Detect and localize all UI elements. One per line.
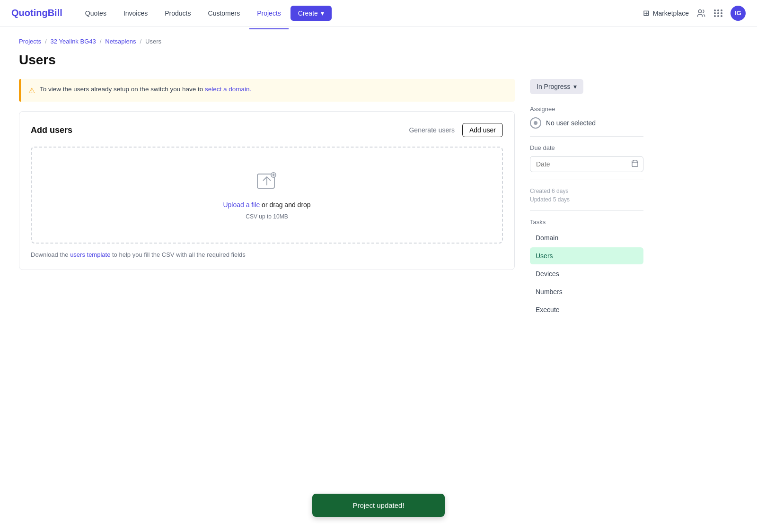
assignee-name: No user selected [546,119,596,127]
brand-logo[interactable]: QuotingBill [11,8,62,18]
due-date-section: Due date [530,144,643,172]
users-template-link[interactable]: users template [70,251,110,258]
dropzone-text: Upload a file or drag and drop [223,201,310,209]
nav-link-projects[interactable]: Projects [249,6,289,21]
page-layout: ⚠ To view the users already setup on the… [19,79,643,319]
upload-file-link[interactable]: Upload a file [223,201,260,209]
status-chevron-icon: ▾ [573,83,577,90]
task-execute[interactable]: Execute [530,301,643,318]
nav-link-customers[interactable]: Customers [201,6,248,21]
nav-link-quotes[interactable]: Quotes [78,6,114,21]
domain-alert: ⚠ To view the users already setup on the… [19,79,515,102]
nav-right: ⊞ Marketplace IG [643,6,746,21]
marketplace-icon: ⊞ [643,9,649,17]
updated-meta: Updated 5 days [530,196,643,203]
assignee-row[interactable]: No user selected [530,117,643,129]
breadcrumb-sep-2: / [100,38,102,45]
template-download-text: Download the users template to help you … [31,251,503,258]
divider-3 [530,210,643,211]
nav-link-invoices[interactable]: Invoices [116,6,155,21]
date-input[interactable] [530,156,643,172]
assignee-label: Assignee [530,105,643,113]
template-text-after: to help you fill the CSV with all the re… [110,251,245,258]
left-column: ⚠ To view the users already setup on the… [19,79,515,319]
status-button[interactable]: In Progress ▾ [530,79,583,94]
chevron-down-icon: ▾ [321,9,324,17]
card-header: Add users Generate users Add user [31,123,503,137]
dropzone-drag-text: or drag and drop [260,201,310,209]
tasks-section: Tasks Domain Users Devices Numbers Execu… [530,218,643,318]
marketplace-link[interactable]: ⊞ Marketplace [643,9,689,17]
create-button[interactable]: Create ▾ [290,6,332,21]
svg-point-0 [698,9,702,13]
file-dropzone[interactable]: Upload a file or drag and drop CSV up to… [31,147,503,244]
breadcrumb-netsapiens[interactable]: Netsapiens [105,38,136,45]
alert-text: To view the users already setup on the s… [40,86,251,93]
breadcrumb-users: Users [145,38,161,45]
task-users[interactable]: Users [530,247,643,264]
divider-2 [530,180,643,180]
tasks-label: Tasks [530,218,643,226]
right-column: In Progress ▾ Assignee No user selected … [530,79,643,319]
add-user-button[interactable]: Add user [462,123,503,137]
generate-users-button[interactable]: Generate users [409,126,455,134]
warning-icon: ⚠ [28,86,35,95]
date-input-wrapper [530,156,643,172]
breadcrumb: Projects / 32 Yealink BG43 / Netsapiens … [19,38,643,45]
add-users-card: Add users Generate users Add user [19,111,515,270]
create-label: Create [298,9,318,17]
task-domain[interactable]: Domain [530,229,643,246]
divider-1 [530,136,643,137]
due-date-label: Due date [530,144,643,151]
navbar: QuotingBill Quotes Invoices Products Cus… [0,0,757,26]
brand-name-part1: Quoting [11,8,48,18]
nav-links: Quotes Invoices Products Customers Proje… [78,6,643,21]
task-numbers[interactable]: Numbers [530,283,643,300]
brand-name-part2: Bill [48,8,62,18]
team-icon[interactable] [696,9,706,18]
upload-image-icon [255,170,278,194]
created-meta: Created 6 days [530,188,643,194]
breadcrumb-projects[interactable]: Projects [19,38,41,45]
nav-link-products[interactable]: Products [157,6,198,21]
status-label: In Progress [537,83,571,90]
marketplace-label: Marketplace [653,9,689,17]
breadcrumb-project-name[interactable]: 32 Yealink BG43 [51,38,96,45]
task-devices[interactable]: Devices [530,265,643,282]
grid-apps-icon[interactable] [713,9,723,18]
user-avatar[interactable]: IG [731,6,746,21]
breadcrumb-sep-1: / [45,38,47,45]
no-user-icon [530,117,541,129]
select-domain-link[interactable]: select a domain. [205,86,251,93]
page-title: Users [19,52,643,68]
main-content: Projects / 32 Yealink BG43 / Netsapiens … [0,26,662,331]
alert-text-before: To view the users already setup on the s… [40,86,205,93]
dropzone-subtext: CSV up to 10MB [246,213,288,220]
assignee-section: Assignee No user selected [530,105,643,129]
template-text-before: Download the [31,251,70,258]
card-actions: Generate users Add user [409,123,503,137]
breadcrumb-sep-3: / [140,38,141,45]
card-title: Add users [31,125,72,135]
